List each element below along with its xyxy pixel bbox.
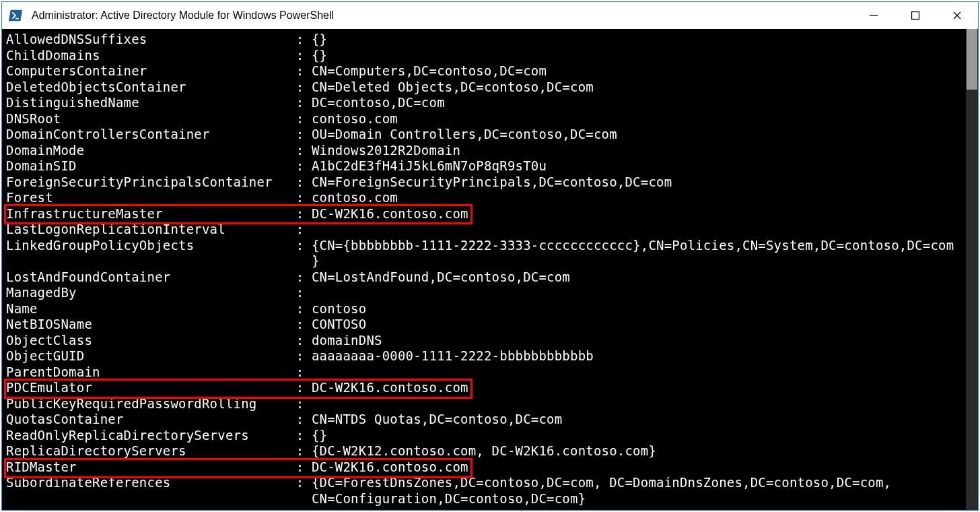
output-row: ManagedBy : xyxy=(6,285,962,301)
window-controls xyxy=(853,2,978,29)
output-row: NetBIOSName : CONTOSO xyxy=(6,317,962,333)
console-area[interactable]: AllowedDNSSuffixes : {}ChildDomains : {}… xyxy=(2,29,978,510)
output-row: ReplicaDirectoryServers : {DC-W2K12.cont… xyxy=(6,443,962,459)
output-row: DomainSID : A1bC2dE3fH4iJ5kL6mN7oP8qR9sT… xyxy=(6,158,962,174)
output-row: LinkedGroupPolicyObjects : {CN={bbbbbbbb… xyxy=(6,238,962,254)
close-button[interactable] xyxy=(936,2,978,29)
output-row: } xyxy=(6,253,962,269)
titlebar[interactable]: Administrator: Active Directory Module f… xyxy=(2,2,978,29)
svg-rect-3 xyxy=(912,12,919,20)
output-row: SubordinateReferences : {DC=ForestDnsZon… xyxy=(6,475,962,491)
window-frame: Administrator: Active Directory Module f… xyxy=(1,1,979,511)
output-row: QuotasContainer : CN=NTDS Quotas,DC=cont… xyxy=(6,412,962,428)
output-row: ChildDomains : {} xyxy=(6,48,962,64)
output-row: InfrastructureMaster : DC-W2K16.contoso.… xyxy=(6,206,962,222)
output-row: RIDMaster : DC-W2K16.contoso.com xyxy=(6,459,962,476)
output-row: AllowedDNSSuffixes : {} xyxy=(6,32,962,48)
output-row: LastLogonReplicationInterval : xyxy=(6,222,962,238)
powershell-icon xyxy=(2,2,29,29)
output-row: ForeignSecurityPrincipalsContainer : CN=… xyxy=(6,174,962,191)
console-output: AllowedDNSSuffixes : {}ChildDomains : {}… xyxy=(6,32,962,507)
scroll-thumb[interactable] xyxy=(967,29,977,90)
output-row: DeletedObjectsContainer : CN=Deleted Obj… xyxy=(6,79,962,96)
output-row: CN=Configuration,DC=contoso,DC=com} xyxy=(6,491,962,507)
output-row: DNSRoot : contoso.com xyxy=(6,111,962,127)
output-row: ComputersContainer : CN=Computers,DC=con… xyxy=(6,63,962,79)
output-row: DomainMode : Windows2012R2Domain xyxy=(6,143,962,159)
output-row: Forest : contoso.com xyxy=(6,190,962,206)
output-row: DistinguishedName : DC=contoso,DC=com xyxy=(6,95,962,111)
output-row: DomainControllersContainer : OU=Domain C… xyxy=(6,127,962,143)
output-row: ReadOnlyReplicaDirectoryServers : {} xyxy=(6,428,962,444)
maximize-button[interactable] xyxy=(895,2,936,29)
output-row: ObjectGUID : aaaaaaaa-0000-1111-2222-bbb… xyxy=(6,348,962,364)
output-row: ObjectClass : domainDNS xyxy=(6,333,962,349)
vertical-scrollbar[interactable] xyxy=(966,29,978,510)
output-row: LostAndFoundContainer : CN=LostAndFound,… xyxy=(6,269,962,286)
window-title: Administrator: Active Directory Module f… xyxy=(29,9,853,22)
output-row: Name : contoso xyxy=(6,301,962,317)
output-row: ParentDomain : xyxy=(6,364,962,381)
output-row: PublicKeyRequiredPasswordRolling : xyxy=(6,396,962,412)
minimize-button[interactable] xyxy=(853,2,895,29)
output-row: PDCEmulator : DC-W2K16.contoso.com xyxy=(6,380,962,396)
